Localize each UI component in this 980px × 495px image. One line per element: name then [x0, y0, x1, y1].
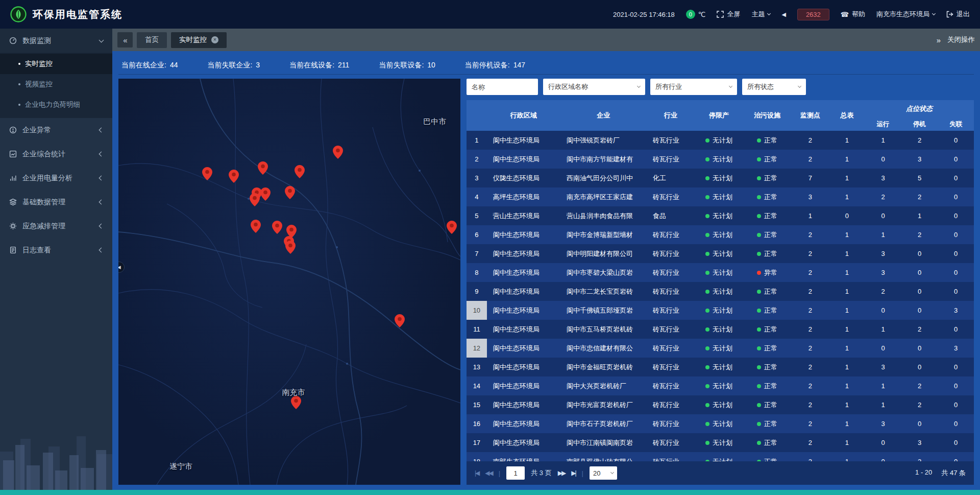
run-cell: 3 — [865, 414, 901, 433]
page-number-input[interactable] — [506, 466, 525, 480]
status-dot-icon — [705, 138, 709, 143]
map-pin-icon[interactable] — [258, 161, 268, 175]
logout-button[interactable]: 退出 — [946, 10, 970, 19]
points-cell: 2 — [791, 244, 829, 263]
table-row[interactable]: 12阆中生态环境局阆中市忠信建材有限公砖瓦行业无计划正常21003 — [467, 339, 974, 358]
tab-realtime-monitoring[interactable]: 实时监控 × — [171, 32, 227, 48]
org-dropdown[interactable]: 南充市生态环境局 — [876, 10, 935, 19]
table-row[interactable]: 1阆中生态环境局阆中强锐页岩砖厂砖瓦行业无计划正常21120 — [467, 131, 974, 150]
industry-cell: 砖瓦行业 — [647, 282, 695, 301]
tabs-scroll-left-button[interactable]: « — [117, 32, 133, 48]
region-cell: 高坪生态环境局 — [487, 187, 560, 206]
map-pin-icon[interactable] — [260, 187, 271, 201]
company-cell: 阆中市二龙长宝页岩砖 — [560, 282, 647, 301]
meters-cell: 1 — [829, 187, 865, 206]
close-operations-button[interactable]: 关闭操作 — [947, 35, 975, 44]
table-row[interactable]: 16阆中生态环境局阆中市石子页岩机砖厂砖瓦行业无计划正常21300 — [467, 414, 974, 433]
lost-cell: 0 — [938, 452, 974, 461]
fullscreen-button[interactable]: 全屏 — [717, 10, 740, 19]
table-row[interactable]: 3仪陇生态环境局西南油气田分公司川中化工无计划正常71350 — [467, 169, 974, 187]
company-cell: 阆中市光富页岩机砖厂 — [560, 395, 647, 414]
header-company: 企业 — [560, 100, 647, 131]
content-area: « 首页 实时监控 × » 关闭操作 当前在线企业:44 — [112, 29, 980, 490]
tab-home[interactable]: 首页 — [137, 32, 167, 48]
map-pin-icon[interactable] — [250, 193, 260, 206]
stop-cell: 0 — [901, 358, 938, 376]
close-icon[interactable]: × — [211, 36, 218, 43]
table-body: 1阆中生态环境局阆中强锐页岩砖厂砖瓦行业无计划正常211202阆中生态环境局阆中… — [467, 131, 974, 461]
table-row[interactable]: 4高坪生态环境局南充市高坪区王家店建砖瓦行业无计划正常31220 — [467, 187, 974, 206]
company-panel: 行政区域名称 所有行业 所有状态 — [467, 79, 974, 485]
next-page-button[interactable]: ▶▶ — [558, 469, 565, 477]
row-index-cell: 13 — [467, 358, 487, 376]
sidebar-subitem-realtime-monitoring[interactable]: 实时监控 — [0, 54, 112, 74]
status-select[interactable]: 所有状态 — [742, 79, 806, 95]
points-cell: 1 — [791, 206, 829, 225]
status-dot-icon — [757, 384, 761, 388]
tabs-scroll-right-button[interactable]: » — [937, 36, 940, 44]
table-row[interactable]: 17阆中生态环境局阆中市江南镇阆南页岩砖瓦行业无计划正常21030 — [467, 433, 974, 452]
sidebar-item-company-abnormal[interactable]: 企业异常 — [0, 118, 112, 142]
table-row[interactable]: 13阆中生态环境局阆中市金福旺页岩机砖砖瓦行业无计划正常21300 — [467, 358, 974, 376]
page-title: 环保用电监管系统 — [33, 8, 122, 21]
points-cell: 2 — [791, 433, 829, 452]
sidebar-item-base-data[interactable]: 基础数据管理 — [0, 190, 112, 214]
table-row[interactable]: 2阆中生态环境局阆中市南方节能建材有砖瓦行业无计划正常21030 — [467, 150, 974, 169]
facility-cell: 正常 — [743, 395, 791, 414]
table-row[interactable]: 15阆中生态环境局阆中市光富页岩机砖厂砖瓦行业无计划正常21120 — [467, 395, 974, 414]
region-cell: 阆中生态环境局 — [487, 358, 560, 376]
map-pin-icon[interactable] — [395, 314, 405, 327]
prev-page-button[interactable]: ◀◀ — [485, 469, 492, 477]
table-row[interactable]: 9阆中生态环境局阆中市二龙长宝页岩砖砖瓦行业无计划正常21200 — [467, 282, 974, 301]
map-canvas[interactable]: ◀ 巴中市南充市遂宁市 — [118, 79, 460, 485]
sidebar-item-emergency-reduction[interactable]: 应急减排管理 — [0, 214, 112, 238]
last-page-button[interactable]: ▶| — [571, 469, 575, 477]
sidebar-subitem-video-monitoring[interactable]: 视频监控 — [0, 74, 112, 95]
table-row[interactable]: 10阆中生态环境局阆中千佛镇五郎垭页岩砖瓦行业无计划正常21003 — [467, 301, 974, 320]
chevron-down-icon — [99, 37, 104, 42]
sidebar-item-company-statistics[interactable]: 企业综合统计 — [0, 142, 112, 166]
facility-cell: 正常 — [743, 358, 791, 376]
help-button[interactable]: ☎ 帮助 — [841, 10, 865, 19]
sidebar-item-data-monitoring[interactable]: 数据监测 — [0, 29, 112, 53]
temperature-unit: ℃ — [698, 11, 706, 18]
table-row[interactable]: 7阆中生态环境局阆中明阳建材有限公司砖瓦行业无计划正常21300 — [467, 244, 974, 263]
points-cell: 2 — [791, 339, 829, 358]
map-pin-icon[interactable] — [291, 396, 301, 409]
sidebar-item-log-view[interactable]: 日志查看 — [0, 238, 112, 262]
map-pin-icon[interactable] — [202, 167, 212, 180]
map-pin-icon[interactable] — [285, 241, 296, 254]
industry-select[interactable]: 所有行业 — [650, 79, 737, 95]
stat-stopped-devices: 当前停机设备:147 — [465, 61, 525, 70]
map-pin-icon[interactable] — [251, 220, 261, 233]
map-pin-icon[interactable] — [295, 165, 305, 178]
page-size-select[interactable]: 20 — [590, 466, 617, 480]
notification-badge[interactable]: 2632 — [797, 9, 829, 20]
region-select[interactable]: 行政区域名称 — [543, 79, 645, 95]
header-meters: 总表 — [829, 100, 865, 131]
run-cell: 3 — [865, 358, 901, 376]
table-row[interactable]: 8阆中生态环境局阆中市枣碧大梁山页岩砖瓦行业无计划异常21300 — [467, 263, 974, 282]
table-row[interactable]: 6阆中生态环境局阆中市金博瑞新型墙材砖瓦行业无计划正常21120 — [467, 225, 974, 244]
theme-dropdown[interactable]: 主题 — [751, 10, 770, 19]
map-pin-icon[interactable] — [229, 170, 239, 183]
first-page-button[interactable]: |◀ — [475, 469, 479, 477]
table-row[interactable]: 14阆中生态环境局阆中大兴页岩机砖厂砖瓦行业无计划正常21120 — [467, 376, 974, 395]
company-cell: 阆中市石子页岩机砖厂 — [560, 414, 647, 433]
table-row[interactable]: 18南部生态环境局南部县双佛山砖有限公砖瓦行业无计划正常21020 — [467, 452, 974, 461]
sidebar-item-power-analysis[interactable]: 企业用电量分析 — [0, 166, 112, 190]
name-search-input[interactable] — [467, 79, 538, 95]
map-pin-icon[interactable] — [333, 146, 343, 159]
map-pin-icon[interactable] — [272, 221, 282, 234]
meters-cell: 1 — [829, 320, 865, 339]
collapse-left-icon[interactable]: ◀ — [781, 12, 786, 17]
sidebar-subitem-power-load-detail[interactable]: 企业电力负荷明细 — [0, 95, 112, 115]
table-row[interactable]: 11阆中生态环境局阆中市五马桥页岩机砖砖瓦行业无计划正常21120 — [467, 320, 974, 339]
chevron-left-icon — [99, 248, 104, 253]
region-cell: 阆中生态环境局 — [487, 301, 560, 320]
run-cell: 0 — [865, 433, 901, 452]
table-row[interactable]: 5营山生态环境局营山县润丰肉食品有限食品无计划正常10010 — [467, 206, 974, 225]
map-pin-icon[interactable] — [285, 186, 295, 199]
header-stop: 停机 — [901, 117, 938, 131]
map-pin-icon[interactable] — [447, 221, 457, 234]
